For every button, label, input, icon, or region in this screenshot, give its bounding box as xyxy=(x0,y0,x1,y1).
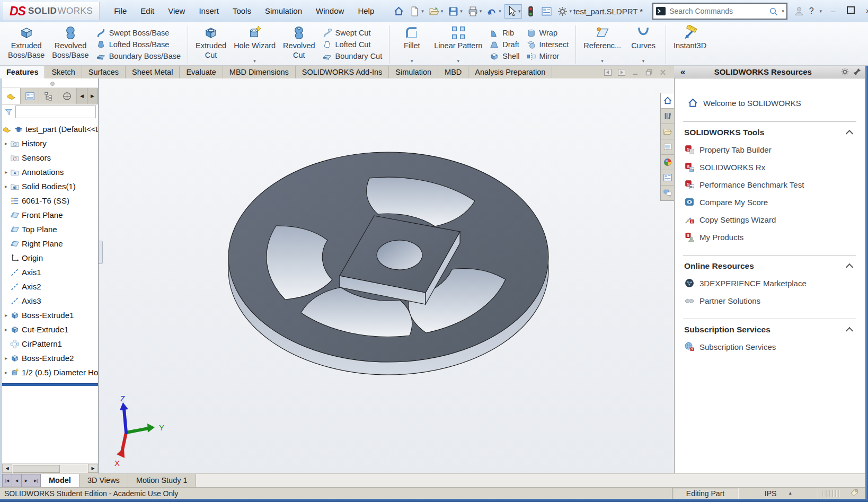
slot-cut-left[interactable] xyxy=(267,226,332,300)
display-settings-button[interactable] xyxy=(539,4,554,19)
rollback-bar[interactable] xyxy=(2,383,98,386)
ribbon-shell-button[interactable]: Shell xyxy=(489,51,519,61)
menu-file[interactable]: File xyxy=(107,1,134,22)
tree-tab-featuremanager[interactable] xyxy=(2,88,21,104)
tree-item-boss-extrude1[interactable]: ▸Boss-Extrude1 xyxy=(2,308,98,322)
viewport-splitter-handle[interactable] xyxy=(99,241,103,264)
menu-help[interactable]: Help xyxy=(351,1,381,22)
graphics-viewport[interactable]: X Y Z xyxy=(99,78,674,473)
help-button[interactable]: ? xyxy=(809,6,814,16)
collapse-chevron-icon[interactable] xyxy=(846,327,853,334)
close-button[interactable]: × xyxy=(862,6,868,16)
print-button[interactable]: ▾ xyxy=(466,4,484,19)
tree-item-top-plane[interactable]: Top Plane xyxy=(2,222,98,236)
ribbon-revolved-cut-button[interactable]: Revolved Cut xyxy=(279,24,318,65)
taskpane-tab-view-palette[interactable] xyxy=(661,139,675,155)
scrollbar-track[interactable] xyxy=(13,465,87,472)
ribbon-linear-pattern-dropdown-icon[interactable]: ▾ xyxy=(457,58,460,65)
maximize-button[interactable] xyxy=(844,6,857,16)
ribbon-revolved-boss-base-button[interactable]: Revolved Boss/Base xyxy=(48,24,92,65)
print-dropdown-icon[interactable]: ▾ xyxy=(480,8,482,14)
search-dropdown-icon[interactable]: ▾ xyxy=(782,8,784,14)
tab-mbd[interactable]: MBD xyxy=(438,66,468,78)
expand-arrow-icon[interactable]: ▸ xyxy=(2,327,10,332)
view-tab-3d-views[interactable]: 3D Views xyxy=(79,474,128,487)
new-document-button[interactable]: ▾ xyxy=(408,4,426,19)
tree-tab-dimxpertmanager[interactable] xyxy=(58,88,77,104)
resource-link-subscription-services[interactable]: SSubscription Services xyxy=(684,341,865,352)
expand-arrow-icon[interactable]: ▸ xyxy=(2,369,10,375)
ribbon-boundary-cut-button[interactable]: Boundary Cut xyxy=(322,51,383,61)
ribbon-swept-cut-button[interactable]: Swept Cut xyxy=(322,28,383,38)
ribbon-draft-button[interactable]: Draft xyxy=(489,40,519,50)
user-account-icon[interactable] xyxy=(794,6,804,16)
panel-collapse-icon[interactable]: « xyxy=(677,67,688,77)
units-dropdown-icon[interactable]: ▲ xyxy=(788,491,792,496)
tree-item-sensors[interactable]: Sensors xyxy=(2,151,98,165)
tree-item-axis3[interactable]: Axis3 xyxy=(2,294,98,308)
ribbon-curves-dropdown-icon[interactable]: ▾ xyxy=(642,58,645,65)
tab-features[interactable]: Features xyxy=(0,66,45,78)
units-selector[interactable]: IPS▲ xyxy=(739,488,818,499)
tree-tabs-scroll-left-icon[interactable]: ◀ xyxy=(77,88,87,104)
select-cursor-dropdown-icon[interactable]: ▾ xyxy=(518,8,521,14)
part-model[interactable] xyxy=(99,78,674,473)
scroll-left-icon[interactable]: ◀ xyxy=(2,464,12,473)
help-dropdown-icon[interactable]: ▾ xyxy=(820,8,822,14)
open-dropdown-icon[interactable]: ▾ xyxy=(441,8,444,14)
tree-item-annotations[interactable]: ▸AAnnotations xyxy=(2,165,98,179)
tree-filter-input[interactable] xyxy=(15,105,96,118)
expand-arrow-icon[interactable]: ▸ xyxy=(2,183,10,189)
search-icon[interactable] xyxy=(768,6,778,16)
menu-edit[interactable]: Edit xyxy=(134,1,161,22)
menu-simulation[interactable]: Simulation xyxy=(258,1,309,22)
last-tab-icon[interactable]: ▶| xyxy=(31,474,41,487)
ribbon-boundary-boss-base-button[interactable]: Boundary Boss/Base xyxy=(96,51,181,61)
resource-link-copy-settings-wizard[interactable]: SCopy Settings Wizard xyxy=(684,214,865,225)
search-input[interactable] xyxy=(668,6,766,16)
resource-link-partner-solutions[interactable]: Partner Solutions xyxy=(684,295,865,306)
ribbon-fillet-dropdown-icon[interactable]: ▾ xyxy=(411,58,413,65)
tab-sketch[interactable]: Sketch xyxy=(45,66,82,78)
tree-item-history[interactable]: ▸History xyxy=(2,136,98,151)
panel-pin-icon[interactable] xyxy=(853,67,862,76)
tree-item-front-plane[interactable]: Front Plane xyxy=(2,208,98,222)
tree-tab-configurationmanager[interactable] xyxy=(39,88,58,104)
ribbon-lofted-cut-button[interactable]: Lofted Cut xyxy=(322,40,383,50)
ribbon-mirror-button[interactable]: Mirror xyxy=(526,51,569,61)
ribbon-fillet-button[interactable]: Fillet▾ xyxy=(393,24,430,65)
taskpane-tab-design-library[interactable] xyxy=(661,109,675,124)
tree-item-origin[interactable]: Origin xyxy=(2,251,98,265)
menu-insert[interactable]: Insert xyxy=(192,1,226,22)
resource-link-solidworks-rx[interactable]: SRxSOLIDWORKS Rx xyxy=(684,162,865,172)
tree-item-6061-t6-ss[interactable]: 6061-T6 (SS) xyxy=(2,193,98,208)
tree-item-boss-extrude2[interactable]: ▸Boss-Extrude2 xyxy=(2,351,98,365)
tree-tabs-scroll-right-icon[interactable]: ▶ xyxy=(87,88,98,104)
home-button[interactable] xyxy=(392,4,406,19)
ribbon-hole-wizard-button[interactable]: Hole Wizard▾ xyxy=(230,24,279,65)
tree-item-1-2-0-5-diameter-hol[interactable]: ▸1/2 (0.5) Diameter Hol xyxy=(2,365,98,380)
save-button[interactable]: ▾ xyxy=(446,4,464,19)
save-dropdown-icon[interactable]: ▾ xyxy=(460,8,463,14)
menu-tools[interactable]: Tools xyxy=(226,1,258,22)
expand-arrow-icon[interactable]: ▸ xyxy=(2,169,10,175)
ribbon-swept-boss-base-button[interactable]: Swept Boss/Base xyxy=(96,28,181,38)
part-body[interactable] xyxy=(228,152,548,375)
collapse-chevron-icon[interactable] xyxy=(846,130,853,137)
options-gear-button[interactable]: ▾ xyxy=(555,4,573,19)
expand-arrow-icon[interactable]: ▸ xyxy=(2,140,10,146)
tree-item-axis2[interactable]: Axis2 xyxy=(2,279,98,294)
ribbon-extruded-cut-button[interactable]: Extruded Cut xyxy=(192,24,230,65)
ribbon-lofted-boss-base-button[interactable]: Lofted Boss/Base xyxy=(96,40,181,50)
ribbon-instant3d-button[interactable]: Instant3D xyxy=(670,24,710,65)
tab-solidworks-add-ins[interactable]: SOLIDWORKS Add-Ins xyxy=(296,66,389,78)
tree-item-right-plane[interactable]: Right Plane xyxy=(2,236,98,251)
ribbon-extruded-boss-base-button[interactable]: Extruded Boss/Base xyxy=(4,24,48,65)
taskpane-tab-home[interactable] xyxy=(661,93,675,109)
panel-gear-icon[interactable] xyxy=(840,67,849,76)
select-cursor-button[interactable]: ▾ xyxy=(504,4,522,19)
first-tab-icon[interactable]: |◀ xyxy=(2,474,12,487)
undo-button[interactable]: ▾ xyxy=(485,4,503,19)
resource-link-compare-my-score[interactable]: Compare My Score xyxy=(684,197,865,207)
tree-item-solid-bodies-1[interactable]: ▸Solid Bodies(1) xyxy=(2,179,98,193)
